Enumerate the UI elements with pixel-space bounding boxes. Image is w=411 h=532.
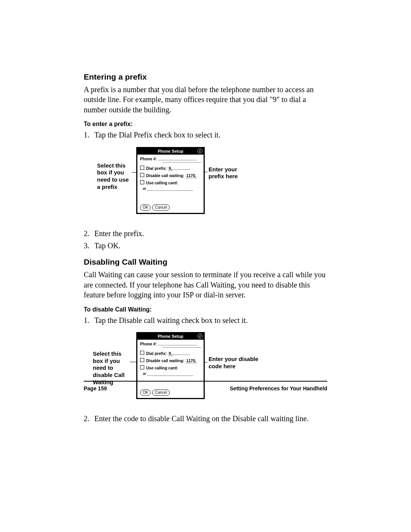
section2-intro: Call Waiting can cause your session to t… — [84, 270, 327, 300]
footer-title: Setting Preferences for Your Handheld — [230, 385, 327, 391]
figure-cw: Select this box if you need to disable C… — [84, 332, 327, 408]
phone-number-field-2[interactable] — [163, 162, 201, 163]
ok-button[interactable]: OK — [140, 204, 151, 211]
section1-subhead: To enter a prefix: — [84, 121, 327, 128]
card-field[interactable] — [147, 190, 193, 191]
use-card-row: Use calling card: — [140, 180, 201, 185]
section2-step2: Enter the code to disable Call Waiting o… — [84, 414, 327, 423]
phone-number-field[interactable] — [159, 160, 197, 160]
figure-prefix: Select this box if you need to use a pre… — [84, 147, 327, 223]
section1-intro: A prefix is a number that you dial befor… — [84, 85, 327, 115]
figure2-callout-right: Enter your disable code here — [209, 356, 258, 370]
footer-rule — [84, 381, 327, 382]
section2-title: Disabling Call Waiting — [84, 257, 327, 267]
figure1-callout-right: Enter your prefix here — [209, 166, 238, 181]
cancel-button[interactable]: Cancel — [152, 204, 169, 211]
disable-cw-value[interactable]: 1170, — [186, 173, 196, 178]
disable-cw-checkbox-2[interactable] — [140, 358, 144, 362]
disable-cw-value-2[interactable]: 1170, — [186, 358, 196, 363]
phone-number-field-b[interactable] — [159, 345, 197, 345]
dial-prefix-value[interactable]: 9, — [169, 166, 190, 171]
disable-cw-checkbox[interactable] — [140, 173, 144, 177]
dialog-title-2: Phone Setup i — [137, 333, 204, 340]
info-icon-2[interactable]: i — [198, 334, 202, 339]
section1-step1: Tap the Dial Prefix check box to select … — [84, 130, 327, 140]
disable-cw-row: Disable call waiting: 1170, — [140, 173, 201, 178]
card-field-2[interactable] — [147, 375, 193, 376]
phone-setup-dialog: Phone Setup i Phone #: Dial prefix: 9, — [136, 147, 205, 214]
card-line: ⁽⁽⁽⁽ — [140, 187, 201, 192]
phone-number-row: Phone #: — [140, 157, 201, 161]
dial-prefix-checkbox-2[interactable] — [140, 351, 144, 355]
dial-prefix-row: Dial prefix: 9, — [140, 166, 201, 171]
footer-page: Page 159 — [84, 385, 107, 391]
section1-step2: Enter the prefix. — [84, 228, 327, 238]
dial-prefix-value-2[interactable]: 9, — [169, 351, 190, 356]
section2-step1: Tap the Disable call waiting check box t… — [84, 315, 327, 325]
use-card-checkbox[interactable] — [140, 180, 144, 184]
phone-number-field-b2[interactable] — [163, 347, 201, 348]
dialog-title: Phone Setup i — [137, 148, 204, 155]
section1-title: Entering a prefix — [84, 72, 327, 81]
section2-subhead: To disable Call Waiting: — [84, 306, 327, 313]
use-card-checkbox-2[interactable] — [140, 365, 144, 369]
figure1-callout-left: Select this box if you need to use a pre… — [97, 162, 129, 191]
section1-step3: Tap OK. — [84, 241, 327, 251]
dial-prefix-checkbox[interactable] — [140, 166, 144, 170]
info-icon[interactable]: i — [198, 149, 202, 153]
